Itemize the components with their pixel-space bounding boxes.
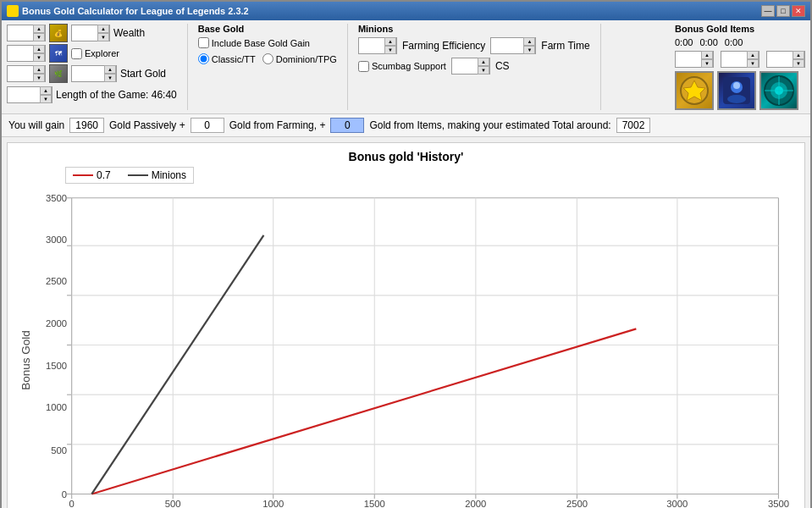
svg-text:500: 500 bbox=[51, 445, 67, 456]
bonus-down-3[interactable]: ▼ bbox=[793, 59, 804, 68]
wealth-level-up[interactable]: ▲ bbox=[97, 25, 109, 33]
bonus-input-2[interactable]: -1 bbox=[721, 52, 747, 67]
gold-passively-value: 1960 bbox=[69, 118, 104, 133]
svg-text:2000: 2000 bbox=[465, 499, 486, 508]
explorer-row: 3 ▲ ▼ 🗺 Explorer bbox=[7, 44, 177, 63]
minions-title: Minions bbox=[358, 24, 590, 34]
minimize-button[interactable]: — bbox=[761, 5, 775, 17]
length-label: Length of the Game: 46:40 bbox=[56, 89, 177, 101]
explorer-spinner[interactable]: 3 ▲ ▼ bbox=[7, 45, 46, 62]
include-base-gold-checkbox[interactable] bbox=[198, 37, 209, 48]
legend-label-1: 0.7 bbox=[97, 169, 111, 181]
minion-row-2: Scumbag Support 158 ▲ ▼ CS bbox=[358, 58, 590, 75]
bonus-up-2[interactable]: ▲ bbox=[747, 51, 759, 59]
explorer-up[interactable]: ▲ bbox=[33, 45, 45, 53]
minions-up1[interactable]: ▲ bbox=[384, 37, 396, 46]
wealth-level-spinner[interactable]: 0 ▲ ▼ bbox=[71, 25, 110, 41]
minions-spinner1[interactable]: 83 ▲ ▼ bbox=[358, 37, 397, 54]
wealth-input[interactable]: 8 bbox=[8, 25, 33, 41]
start-gold-icon: 🌿 bbox=[49, 64, 68, 83]
cs-input[interactable]: 158 bbox=[452, 58, 478, 74]
farming-up[interactable]: ▲ bbox=[523, 37, 535, 46]
include-base-gold-label: Include Base Gold Gain bbox=[198, 37, 337, 48]
svg-text:1500: 1500 bbox=[364, 499, 385, 508]
svg-text:1000: 1000 bbox=[262, 499, 284, 508]
farming-down[interactable]: ▼ bbox=[523, 46, 535, 54]
svg-text:2500: 2500 bbox=[566, 499, 588, 508]
svg-point-4 bbox=[727, 95, 746, 103]
bonus-up-1[interactable]: ▲ bbox=[701, 51, 713, 59]
dominion-radio[interactable] bbox=[262, 53, 273, 64]
bonus-spinner-3[interactable]: -1 ▲ ▼ bbox=[766, 51, 805, 68]
wealth-down[interactable]: ▼ bbox=[33, 33, 45, 41]
cs-down[interactable]: ▼ bbox=[478, 66, 489, 75]
bonus-spinner-2[interactable]: -1 ▲ ▼ bbox=[721, 51, 760, 68]
bonus-spinner-1[interactable]: -1 ▲ ▼ bbox=[675, 51, 714, 68]
explorer-down[interactable]: ▼ bbox=[33, 53, 45, 62]
bonus-up-3[interactable]: ▲ bbox=[793, 51, 804, 59]
length-up[interactable]: ▲ bbox=[40, 86, 52, 95]
gold-result-row: You will gain 1960 Gold Passively + 0 Go… bbox=[2, 114, 810, 137]
bonus-down-2[interactable]: ▼ bbox=[747, 59, 759, 68]
length-spinner[interactable]: 2800 ▲ ▼ bbox=[7, 86, 52, 103]
gold-from-farming-label: Gold from Farming, + bbox=[229, 119, 326, 131]
wealth-label: Wealth bbox=[113, 27, 145, 39]
start-gold-spinner2[interactable]: 475 ▲ ▼ bbox=[71, 65, 117, 82]
bonus-item-icon-3[interactable] bbox=[760, 71, 798, 110]
start-gold-input1[interactable]: 4 bbox=[8, 66, 33, 81]
wealth-up[interactable]: ▲ bbox=[33, 25, 45, 33]
classic-radio[interactable] bbox=[198, 53, 209, 64]
start-gold-down2[interactable]: ▼ bbox=[104, 74, 116, 82]
bonus-down-1[interactable]: ▼ bbox=[701, 59, 713, 68]
gold-from-items-label: Gold from Items, making your estimated T… bbox=[369, 119, 610, 131]
bonus-input-1[interactable]: -1 bbox=[676, 52, 701, 67]
maximize-button[interactable]: □ bbox=[776, 5, 790, 17]
farming-efficiency-input[interactable]: 990 bbox=[491, 38, 523, 53]
svg-text:2000: 2000 bbox=[46, 318, 67, 329]
gold-passively-label: Gold Passively + bbox=[109, 119, 185, 131]
svg-text:500: 500 bbox=[165, 499, 181, 508]
bonus-item-icon-2[interactable] bbox=[717, 71, 756, 110]
length-down[interactable]: ▼ bbox=[40, 95, 52, 103]
explorer-input[interactable]: 3 bbox=[8, 46, 33, 61]
minions-section: Minions 83 ▲ ▼ Farming Efficiency 990 ▲ bbox=[358, 24, 590, 75]
bonus-item-icon-1[interactable] bbox=[675, 71, 714, 110]
start-gold-up2[interactable]: ▲ bbox=[104, 65, 116, 74]
title-bar: Bonus Gold Calculator for League of Lege… bbox=[2, 2, 810, 20]
bonus-input-3[interactable]: -1 bbox=[767, 52, 793, 67]
wealth-icon: 💰 bbox=[49, 24, 68, 42]
svg-text:3500: 3500 bbox=[46, 193, 67, 203]
cs-spinner[interactable]: 158 ▲ ▼ bbox=[451, 58, 490, 75]
svg-text:2500: 2500 bbox=[46, 276, 67, 286]
start-gold-spinner1[interactable]: 4 ▲ ▼ bbox=[7, 65, 46, 82]
start-gold-down1[interactable]: ▼ bbox=[33, 74, 45, 82]
farming-efficiency-label: Farming Efficiency bbox=[402, 40, 485, 52]
wealth-spinner[interactable]: 8 ▲ ▼ bbox=[7, 25, 46, 41]
scumbag-checkbox[interactable] bbox=[358, 61, 369, 72]
length-input[interactable]: 2800 bbox=[8, 87, 40, 102]
svg-text:3000: 3000 bbox=[666, 499, 688, 508]
main-window: Bonus Gold Calculator for League of Lege… bbox=[0, 0, 812, 508]
minions-input1[interactable]: 83 bbox=[359, 38, 384, 53]
svg-text:1000: 1000 bbox=[46, 402, 67, 412]
bonus-icons-row bbox=[675, 71, 805, 110]
bonus-time-3: 0:00 bbox=[725, 37, 743, 47]
window-controls: — □ ✕ bbox=[761, 5, 805, 17]
wealth-level-input[interactable]: 0 bbox=[72, 25, 97, 41]
wealth-level-down[interactable]: ▼ bbox=[97, 33, 109, 41]
divider-2 bbox=[347, 24, 348, 110]
dominion-radio-label: Dominion/TPG bbox=[262, 53, 337, 64]
minions-down1[interactable]: ▼ bbox=[384, 46, 396, 54]
legend-item-1: 0.7 bbox=[73, 169, 111, 181]
farming-efficiency-spinner[interactable]: 990 ▲ ▼ bbox=[490, 37, 536, 54]
start-gold-input2[interactable]: 475 bbox=[72, 66, 104, 81]
base-gold-title: Base Gold bbox=[198, 24, 337, 34]
start-gold-up1[interactable]: ▲ bbox=[33, 65, 45, 74]
legend-item-2: Minions bbox=[128, 169, 186, 181]
close-button[interactable]: ✕ bbox=[792, 5, 805, 17]
explorer-checkbox[interactable] bbox=[71, 48, 82, 59]
bonus-time-2: 0:00 bbox=[699, 37, 717, 47]
base-gold-section: Base Gold Include Base Gold Gain Classic… bbox=[198, 24, 337, 64]
cs-up[interactable]: ▲ bbox=[478, 58, 489, 66]
divider-3 bbox=[600, 24, 601, 110]
